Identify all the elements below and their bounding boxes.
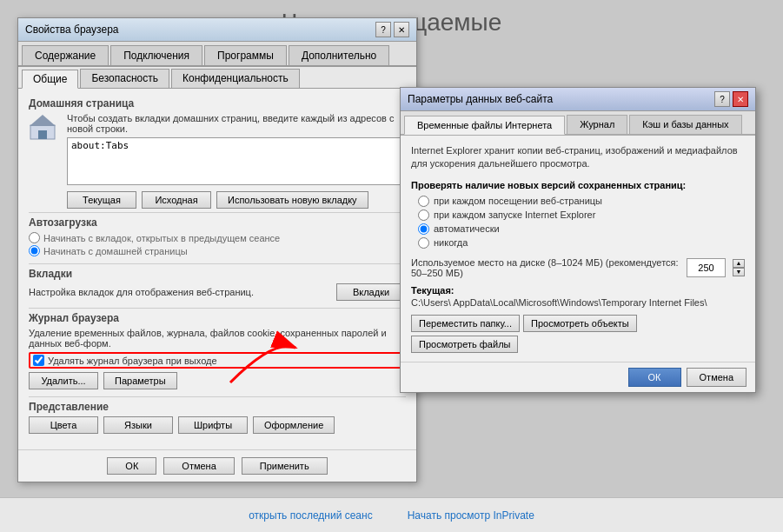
divider1 — [29, 212, 406, 213]
radio-every-visit[interactable] — [418, 196, 429, 207]
radio-automatic[interactable] — [418, 223, 429, 235]
secondary-dialog-footer: ОК Отмена — [401, 362, 755, 392]
delete-button[interactable]: Удалить... — [29, 372, 98, 389]
homepage-description: Чтобы создать вкладки домашних страниц, … — [67, 113, 406, 134]
tab-cache[interactable]: Кэш и базы данных — [629, 115, 741, 134]
svg-rect-2 — [38, 130, 47, 139]
main-dialog-titlebar: Свойства браузера ? ✕ — [18, 18, 416, 42]
tab-programs[interactable]: Программы — [204, 45, 287, 65]
secondary-cancel-button[interactable]: Отмена — [687, 368, 747, 387]
info-text: Internet Explorer хранит копии веб-стран… — [411, 144, 745, 171]
tab-general[interactable]: Общие — [22, 70, 78, 89]
bottom-link-inprivate[interactable]: Начать просмотр InPrivate — [408, 509, 534, 522]
action-buttons: Переместить папку... Просмотреть объекты… — [411, 315, 745, 353]
radio-never[interactable] — [418, 237, 429, 249]
tab-contents[interactable]: Содержание — [22, 45, 109, 65]
journal-checkbox[interactable] — [33, 355, 44, 366]
homepage-section: Чтобы создать вкладки домашних страниц, … — [29, 113, 406, 209]
autoload-radio2[interactable] — [29, 245, 40, 256]
main-tabs-row2: Общие Безопасность Конфиденциальность — [18, 67, 416, 89]
tab-temp-files[interactable]: Временные файлы Интернета — [404, 116, 565, 135]
spinner-up[interactable]: ▲ — [733, 259, 745, 268]
default-button[interactable]: Исходная — [142, 191, 211, 209]
radio-item-4: никогда — [418, 237, 745, 249]
tabs-button[interactable]: Вкладки — [336, 283, 406, 301]
main-cancel-button[interactable]: Отмена — [163, 457, 234, 475]
secondary-close-button[interactable]: ✕ — [733, 91, 748, 107]
journal-description: Удаление временных файлов, журнала, файл… — [29, 328, 406, 349]
current-path: C:\Users\ AppData\Local\Microsoft\Window… — [411, 297, 745, 308]
tabs-description: Настройка вкладок для отображения веб-ст… — [29, 287, 254, 297]
main-help-button[interactable]: ? — [375, 22, 391, 37]
autoload-radio1[interactable] — [29, 232, 40, 243]
presentation-section: Представление Цвета Языки Шрифты Оформле… — [29, 401, 406, 434]
current-page-button[interactable]: Текущая — [67, 191, 136, 209]
main-dialog-content: Домашняя страница Чтобы создать вкладки … — [18, 89, 416, 449]
homepage-section-text: Чтобы создать вкладки домашних страниц, … — [67, 113, 406, 209]
journal-checkbox-label: Удалять журнал браузера при выходе — [48, 356, 217, 366]
tabs-section: Вкладки Настройка вкладок для отображени… — [29, 268, 406, 301]
website-data-dialog: Параметры данных веб-сайта ? ✕ Временные… — [400, 87, 756, 393]
params-button[interactable]: Параметры — [103, 372, 177, 389]
homepage-buttons: Текущая Исходная Использовать новую вкла… — [67, 191, 406, 209]
current-label: Текущая: — [411, 285, 745, 296]
radio-label-1: при каждом посещении веб-страницы — [434, 196, 602, 206]
divider2 — [29, 263, 406, 264]
disk-usage-spinner: ▲ ▼ — [733, 259, 745, 276]
radio-label-4: никогда — [434, 237, 468, 248]
fonts-button[interactable]: Шрифты — [178, 416, 248, 434]
tab-connections[interactable]: Подключения — [110, 45, 202, 65]
bottom-bar: открыть последний сеанс Начать просмотр … — [0, 497, 783, 532]
radio-item-3: автоматически — [418, 223, 745, 235]
journal-title: Журнал браузера — [29, 312, 406, 324]
spinner-down[interactable]: ▼ — [733, 268, 745, 276]
divider3 — [29, 308, 406, 309]
secondary-help-button[interactable]: ? — [714, 91, 730, 107]
move-folder-button[interactable]: Переместить папку... — [411, 315, 520, 332]
bottom-link-session[interactable]: открыть последний сеанс — [249, 509, 372, 522]
home-icon — [29, 113, 56, 141]
tab-privacy[interactable]: Конфиденциальность — [171, 69, 300, 88]
autoload-radio1-label: Начинать с вкладок, открытых в предыдуще… — [43, 233, 280, 243]
secondary-dialog-content: Internet Explorer хранит копии веб-стран… — [401, 136, 755, 362]
tab-journal[interactable]: Журнал — [567, 115, 627, 134]
autoload-radio2-label: Начинать с домашней страницы — [43, 246, 188, 256]
autoload-radio1-row: Начинать с вкладок, открытых в предыдуще… — [29, 232, 406, 243]
autoload-section: Автозагрузка Начинать с вкладок, открыты… — [29, 216, 406, 256]
view-objects-button[interactable]: Просмотреть объекты — [523, 315, 637, 332]
disk-usage-row: Используемое место на диске (8–1024 МБ) … — [411, 257, 745, 278]
presentation-buttons: Цвета Языки Шрифты Оформление — [29, 416, 406, 434]
homepage-textarea[interactable] — [67, 137, 406, 185]
radio-item-1: при каждом посещении веб-страницы — [418, 196, 745, 207]
svg-marker-1 — [30, 115, 56, 126]
radio-item-2: при каждом запуске Internet Explorer — [418, 209, 745, 221]
main-apply-button[interactable]: Применить — [242, 457, 328, 475]
disk-usage-input[interactable] — [687, 258, 726, 277]
tab-advanced[interactable]: Дополнительно — [289, 45, 389, 65]
journal-buttons: Удалить... Параметры — [29, 372, 406, 389]
homepage-section-title: Домашняя страница — [29, 97, 406, 110]
main-close-button[interactable]: ✕ — [394, 22, 409, 37]
radio-label-2: при каждом запуске Internet Explorer — [434, 209, 595, 220]
divider4 — [29, 396, 406, 397]
tab-security[interactable]: Безопасность — [80, 69, 169, 88]
main-dialog-title: Свойства браузера — [25, 23, 119, 36]
radio-every-launch[interactable] — [418, 209, 429, 221]
disk-usage-label: Используемое место на диске (8–1024 МБ) … — [411, 257, 680, 278]
secondary-ok-button[interactable]: ОК — [628, 368, 681, 387]
main-ok-button[interactable]: ОК — [107, 457, 156, 475]
journal-checkbox-row: Удалять журнал браузера при выходе — [29, 352, 406, 369]
design-button[interactable]: Оформление — [253, 416, 335, 434]
secondary-titlebar-buttons: ? ✕ — [714, 91, 748, 107]
view-files-button[interactable]: Просмотреть файлы — [411, 336, 518, 353]
languages-button[interactable]: Языки — [103, 416, 173, 434]
autoload-radio2-row: Начинать с домашней страницы — [29, 245, 406, 256]
current-folder-section: Текущая: C:\Users\ AppData\Local\Microso… — [411, 285, 745, 308]
new-tab-button[interactable]: Использовать новую вкладку — [216, 191, 368, 209]
colors-button[interactable]: Цвета — [29, 416, 98, 434]
journal-section: Журнал браузера Удаление временных файло… — [29, 312, 406, 389]
autoload-title: Автозагрузка — [29, 216, 406, 229]
check-title: Проверять наличие новых версий сохраненн… — [411, 180, 745, 190]
secondary-dialog-title: Параметры данных веб-сайта — [408, 93, 553, 105]
browser-properties-dialog: Свойства браузера ? ✕ Содержание Подключ… — [17, 17, 417, 482]
